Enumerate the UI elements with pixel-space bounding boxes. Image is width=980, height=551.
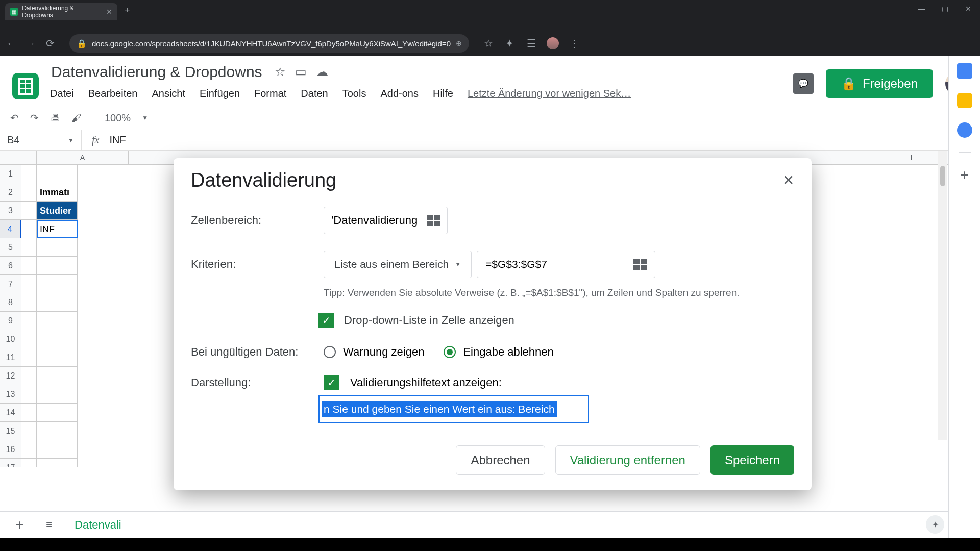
doc-title[interactable]: Datenvalidierung & Dropdowns — [48, 61, 265, 83]
browser-tab[interactable]: ▦ Datenvalidierung & Dropdowns ✕ — [5, 3, 117, 20]
cell[interactable] — [37, 293, 78, 312]
cell[interactable] — [37, 312, 78, 330]
minimize-icon[interactable]: ― — [910, 0, 933, 17]
cell[interactable] — [37, 367, 78, 385]
calendar-icon[interactable] — [957, 63, 972, 79]
extensions-icon[interactable]: ✦ — [504, 37, 516, 49]
print-icon[interactable]: 🖶 — [50, 112, 60, 124]
cell[interactable] — [37, 459, 78, 467]
menu-ansicht[interactable]: Ansicht — [152, 88, 185, 99]
add-addon-icon[interactable]: + — [960, 167, 968, 183]
row-header[interactable]: 9 — [0, 312, 21, 330]
row-header[interactable]: 5 — [0, 238, 21, 257]
close-window-icon[interactable]: ✕ — [957, 0, 980, 17]
all-sheets-button[interactable]: ≡ — [39, 519, 59, 531]
cell[interactable] — [37, 422, 78, 440]
zoom-select[interactable]: 100% — [105, 112, 131, 124]
cell[interactable] — [21, 348, 37, 367]
cell[interactable] — [21, 238, 37, 257]
keep-icon[interactable] — [957, 93, 972, 108]
star-icon[interactable]: ☆ — [275, 65, 286, 79]
tasks-icon[interactable] — [957, 122, 972, 138]
remove-validation-button[interactable]: Validierung entfernen — [555, 445, 700, 475]
cell[interactable] — [21, 275, 37, 293]
row-header[interactable]: 2 — [0, 183, 21, 202]
col-header-B[interactable] — [129, 151, 169, 164]
menu-datei[interactable]: Datei — [50, 88, 74, 99]
cell[interactable]: INF — [37, 220, 78, 238]
row-header[interactable]: 10 — [0, 330, 21, 348]
cell[interactable] — [37, 165, 78, 183]
cell[interactable] — [37, 440, 78, 459]
select-range-icon[interactable] — [633, 259, 647, 270]
criteria-type-select[interactable]: Liste aus einem Bereich ▼ — [324, 251, 472, 278]
cell[interactable] — [21, 422, 37, 440]
select-all-corner[interactable] — [0, 151, 37, 164]
cell[interactable] — [21, 404, 37, 422]
row-header[interactable]: 16 — [0, 440, 21, 459]
sheet-tab[interactable]: Datenvali — [64, 514, 132, 536]
cell[interactable] — [21, 165, 37, 183]
cell[interactable]: Studier — [37, 202, 78, 220]
menu-hilfe[interactable]: Hilfe — [433, 88, 453, 99]
row-header[interactable]: 6 — [0, 257, 21, 275]
name-box[interactable]: B4 ▼ — [0, 130, 82, 150]
col-header-A[interactable]: A — [37, 151, 129, 164]
reading-list-icon[interactable]: ☰ — [525, 37, 537, 49]
redo-icon[interactable]: ↷ — [30, 112, 39, 124]
cloud-status-icon[interactable]: ☁ — [316, 65, 328, 79]
sheets-logo[interactable] — [12, 73, 39, 99]
cell[interactable] — [21, 367, 37, 385]
formula-value[interactable]: INF — [109, 134, 126, 146]
row-header[interactable]: 13 — [0, 385, 21, 404]
show-warning-radio[interactable] — [324, 346, 336, 358]
menu-einfuegen[interactable]: Einfügen — [200, 88, 240, 99]
address-bar[interactable]: 🔒 docs.google.com/spreadsheets/d/1JKUDAN… — [69, 34, 469, 53]
cell[interactable]: Immatı — [37, 183, 78, 202]
menu-format[interactable]: Format — [254, 88, 286, 99]
zoom-indicator-icon[interactable]: ⊕ — [456, 39, 462, 47]
cell[interactable] — [21, 220, 37, 238]
cell[interactable] — [37, 404, 78, 422]
menu-tools[interactable]: Tools — [342, 88, 366, 99]
select-range-icon[interactable] — [427, 215, 440, 226]
add-sheet-button[interactable]: + — [5, 517, 34, 533]
row-header[interactable]: 11 — [0, 348, 21, 367]
row-header[interactable]: 15 — [0, 422, 21, 440]
save-button[interactable]: Speichern — [710, 445, 794, 475]
menu-addons[interactable]: Add-ons — [380, 88, 419, 99]
close-dialog-icon[interactable]: ✕ — [782, 172, 794, 189]
browser-menu-icon[interactable]: ⋮ — [568, 37, 580, 49]
cell[interactable] — [21, 440, 37, 459]
show-dropdown-checkbox[interactable]: ✓ — [318, 313, 334, 328]
cell[interactable] — [37, 257, 78, 275]
undo-icon[interactable]: ↶ — [10, 112, 19, 124]
cell-range-input[interactable]: 'Datenvalidierung — [324, 207, 448, 234]
row-header[interactable]: 4 — [0, 220, 21, 238]
reload-icon[interactable]: ⟳ — [44, 37, 56, 49]
row-header[interactable]: 12 — [0, 367, 21, 385]
profile-avatar[interactable] — [547, 37, 559, 49]
menu-bearbeiten[interactable]: Bearbeiten — [88, 88, 138, 99]
cell[interactable] — [21, 293, 37, 312]
row-header[interactable]: 17 — [0, 459, 21, 467]
cell[interactable] — [37, 238, 78, 257]
cell[interactable] — [21, 183, 37, 202]
bookmark-icon[interactable]: ☆ — [482, 37, 495, 49]
helptext-input[interactable]: n Sie und geben Sie einen Wert ein aus: … — [318, 395, 589, 423]
cell[interactable] — [21, 459, 37, 467]
close-tab-icon[interactable]: ✕ — [106, 8, 112, 16]
move-icon[interactable]: ▭ — [295, 65, 307, 79]
explore-button[interactable]: ✦ — [926, 515, 944, 534]
cell[interactable] — [37, 348, 78, 367]
new-tab-button[interactable]: + — [117, 5, 137, 16]
cancel-button[interactable]: Abbrechen — [456, 445, 545, 475]
back-icon[interactable]: ← — [5, 38, 17, 49]
last-edit-link[interactable]: Letzte Änderung vor wenigen Sek… — [468, 88, 631, 99]
row-header[interactable]: 8 — [0, 293, 21, 312]
cell[interactable] — [21, 312, 37, 330]
comments-icon[interactable]: 💬 — [793, 73, 814, 94]
show-helptext-checkbox[interactable]: ✓ — [324, 375, 339, 390]
row-header[interactable]: 7 — [0, 275, 21, 293]
cell[interactable] — [37, 275, 78, 293]
